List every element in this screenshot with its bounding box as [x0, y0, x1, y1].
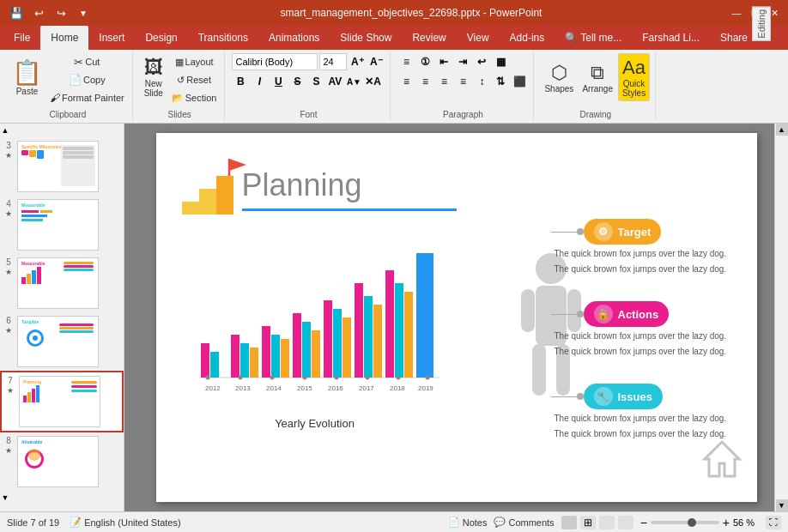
- undo-btn[interactable]: ↩: [29, 3, 48, 22]
- font-size-input[interactable]: [319, 53, 347, 70]
- scroll-down-btn[interactable]: ▼: [0, 491, 10, 505]
- actions-label: 🔒 Actions: [584, 301, 670, 327]
- paste-btn[interactable]: 📋 Paste: [9, 53, 45, 101]
- italic-btn[interactable]: I: [251, 73, 268, 90]
- svg-text:2015: 2015: [297, 384, 312, 392]
- info-box-target: ⚙ Target The quick brown fox jumps over …: [551, 219, 749, 275]
- quick-styles-btn[interactable]: Aa QuickStyles: [618, 53, 650, 101]
- svg-rect-19: [342, 317, 351, 378]
- slide-panel-wrapper: ▲ 3 ★ Specific Milestones: [0, 124, 124, 511]
- fit-window-btn[interactable]: ⛶: [766, 516, 781, 529]
- new-slide-btn[interactable]: 🖼 NewSlide: [140, 53, 167, 101]
- clear-format-btn[interactable]: ✕A: [364, 73, 381, 90]
- indent-dec-btn[interactable]: ⇤: [435, 53, 452, 70]
- svg-rect-10: [250, 348, 258, 378]
- font-color-btn[interactable]: A▼: [345, 73, 362, 90]
- cut-btn[interactable]: ✂Cut: [47, 53, 127, 70]
- format-painter-btn[interactable]: 🖌Format Painter: [47, 89, 127, 106]
- minimize-btn[interactable]: —: [730, 6, 743, 20]
- tab-insert[interactable]: Insert: [88, 26, 135, 50]
- slide-title: Planning: [242, 167, 362, 203]
- font-size-down-btn[interactable]: A⁻: [367, 53, 385, 70]
- redo-btn[interactable]: ↪: [52, 3, 70, 22]
- section-btn[interactable]: 📂Section: [169, 89, 220, 106]
- actions-text1: The quick brown fox jumps over the lazy …: [551, 330, 749, 342]
- slide-thumb-7[interactable]: 7 ★ Planning: [0, 371, 124, 432]
- slide-sorter-btn[interactable]: ⊞: [580, 516, 596, 529]
- svg-rect-20: [355, 283, 363, 378]
- line-spacing-btn[interactable]: ↕: [473, 73, 490, 90]
- slide-thumb-8[interactable]: 8 ★ Attainable: [0, 432, 124, 491]
- tab-tellme[interactable]: 🔍Tell me...: [555, 26, 632, 50]
- customize-btn[interactable]: ▼: [74, 3, 93, 22]
- tab-review[interactable]: Review: [402, 26, 456, 50]
- scroll-up-btn[interactable]: ▲: [0, 124, 10, 137]
- notes-btn[interactable]: 📄 Notes: [448, 517, 488, 528]
- slide-thumb-4[interactable]: 4 ★ Measurable: [0, 196, 124, 254]
- list-bullet-btn[interactable]: ≡: [397, 53, 415, 70]
- comments-btn[interactable]: 💬 Comments: [494, 517, 554, 528]
- font-row1: A⁺ A⁻: [232, 53, 385, 70]
- shadow-btn[interactable]: S: [307, 73, 324, 90]
- tab-addins[interactable]: Add-ins: [500, 26, 555, 50]
- slide-thumb-3[interactable]: 3 ★ Specific Milestones: [0, 137, 124, 196]
- font-size-up-btn[interactable]: A⁺: [349, 53, 366, 70]
- zoom-slider[interactable]: [651, 521, 719, 524]
- svg-point-40: [365, 376, 369, 380]
- slide-thumb-5[interactable]: 5 ★ Measurable: [0, 254, 124, 312]
- align-center-btn[interactable]: ≡: [416, 73, 433, 90]
- tab-slideshow[interactable]: Slide Show: [330, 26, 402, 50]
- rtl-btn[interactable]: ↩: [473, 53, 490, 70]
- language-indicator[interactable]: 📝 English (United States): [70, 517, 181, 528]
- tab-account[interactable]: Farshad Li...: [632, 26, 710, 50]
- tab-home[interactable]: Home: [40, 26, 88, 50]
- zoom-in-btn[interactable]: +: [723, 516, 730, 529]
- shapes-btn[interactable]: ⬡ Shapes: [541, 53, 577, 101]
- star-icon-3: ★: [5, 151, 12, 160]
- svg-rect-23: [385, 270, 394, 378]
- star-icon-8: ★: [5, 446, 12, 455]
- align-left-btn[interactable]: ≡: [397, 73, 415, 90]
- strikethrough-btn[interactable]: S: [288, 73, 306, 90]
- tab-design[interactable]: Design: [135, 26, 187, 50]
- status-bar: Slide 7 of 19 📝 English (United States) …: [0, 511, 788, 532]
- save-quick-btn[interactable]: 💾: [7, 3, 26, 22]
- slides-label: Slides: [140, 108, 220, 119]
- list-number-btn[interactable]: ①: [416, 53, 433, 70]
- copy-btn[interactable]: 📄Copy: [47, 71, 127, 88]
- reading-view-btn[interactable]: [599, 516, 615, 529]
- zoom-out-btn[interactable]: −: [640, 516, 647, 529]
- slide-num-8: 8 ★: [3, 436, 14, 455]
- svg-rect-18: [333, 309, 342, 378]
- column-btn[interactable]: ▦: [492, 53, 509, 70]
- tab-file[interactable]: File: [3, 26, 40, 50]
- smart-art-btn[interactable]: ⬛: [511, 73, 528, 90]
- font-family-input[interactable]: [232, 53, 318, 70]
- ribbon-group-slides: 🖼 NewSlide ▦Layout ↺Reset 📂Section Slide…: [135, 51, 226, 121]
- font-label: Font: [232, 108, 385, 119]
- font-row2: B I U S S AV A▼ ✕A: [232, 73, 381, 90]
- bold-btn[interactable]: B: [232, 73, 249, 90]
- layout-btn[interactable]: ▦Layout: [169, 53, 220, 70]
- vscroll-up-btn[interactable]: ▲: [776, 124, 788, 136]
- slide-thumb-6[interactable]: 6 ★ Tangible: [0, 312, 124, 371]
- reset-btn[interactable]: ↺Reset: [169, 71, 220, 88]
- tab-view[interactable]: View: [457, 26, 500, 50]
- slideshow-btn[interactable]: [618, 516, 633, 529]
- svg-point-35: [205, 376, 209, 380]
- char-spacing-btn[interactable]: AV: [326, 73, 343, 90]
- actions-icon: 🔒: [594, 305, 613, 323]
- indent-inc-btn[interactable]: ⇥: [454, 53, 471, 70]
- arrange-btn[interactable]: ⧉ Arrange: [579, 53, 616, 101]
- svg-rect-26: [416, 253, 433, 378]
- normal-view-btn[interactable]: [561, 516, 577, 529]
- vscroll-down-btn[interactable]: ▼: [776, 499, 788, 511]
- justify-btn[interactable]: ≡: [454, 73, 471, 90]
- tab-share[interactable]: Share: [710, 26, 758, 50]
- tab-animations[interactable]: Animations: [258, 26, 330, 50]
- align-right-btn[interactable]: ≡: [435, 73, 452, 90]
- underline-btn[interactable]: U: [270, 73, 287, 90]
- slide-canvas[interactable]: Planning: [156, 133, 757, 502]
- tab-transitions[interactable]: Transitions: [188, 26, 258, 50]
- text-direction-btn[interactable]: ⇅: [492, 73, 509, 90]
